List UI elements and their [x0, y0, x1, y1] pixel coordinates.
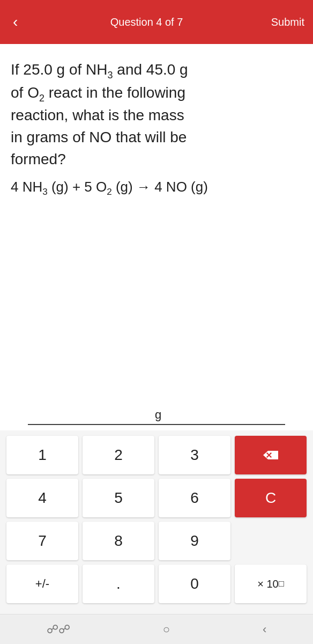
key-sign[interactable]: +/-	[6, 565, 78, 603]
answer-unit: g	[155, 408, 161, 422]
answer-section: g	[0, 404, 313, 430]
key-decimal[interactable]: .	[83, 565, 154, 603]
backspace-button[interactable]	[235, 436, 307, 474]
submit-button[interactable]: Submit	[271, 16, 304, 28]
key-7[interactable]: 7	[6, 522, 78, 560]
question-progress: Question 4 of 7	[110, 16, 183, 28]
question-text: If 25.0 g of NH3 and 45.0 g of O2 react …	[11, 59, 302, 170]
answer-display: g	[28, 404, 285, 425]
key-5[interactable]: 5	[83, 479, 154, 517]
keypad: 1 2 3 4 5 6 C 7 8 9 +/- . 0 × 10□	[0, 430, 313, 614]
nav-back-icon[interactable]: ‹	[252, 617, 277, 642]
key-1[interactable]: 1	[6, 436, 78, 474]
header: ‹ Question 4 of 7 Submit	[0, 0, 313, 44]
back-button[interactable]: ‹	[9, 9, 22, 35]
key-3[interactable]: 3	[159, 436, 230, 474]
backspace-icon	[262, 449, 279, 462]
nav-bar: ☍☍ ○ ‹	[0, 614, 313, 644]
key-6[interactable]: 6	[159, 479, 230, 517]
key-8[interactable]: 8	[83, 522, 154, 560]
keypad-grid: 1 2 3 4 5 6 C 7 8 9 +/- . 0 × 10□	[6, 436, 307, 603]
home-icon[interactable]: ○	[152, 617, 181, 642]
menu-icon[interactable]: ☍☍	[36, 617, 81, 642]
key-0[interactable]: 0	[159, 565, 230, 603]
equation-text: 4 NH3 (g) + 5 O2 (g) → 4 NO (g)	[11, 177, 302, 199]
key-2[interactable]: 2	[83, 436, 154, 474]
key-empty	[235, 522, 307, 560]
clear-button[interactable]: C	[235, 479, 307, 517]
key-4[interactable]: 4	[6, 479, 78, 517]
key-x100[interactable]: × 10□	[235, 565, 307, 603]
question-area: If 25.0 g of NH3 and 45.0 g of O2 react …	[0, 44, 313, 306]
key-9[interactable]: 9	[159, 522, 230, 560]
